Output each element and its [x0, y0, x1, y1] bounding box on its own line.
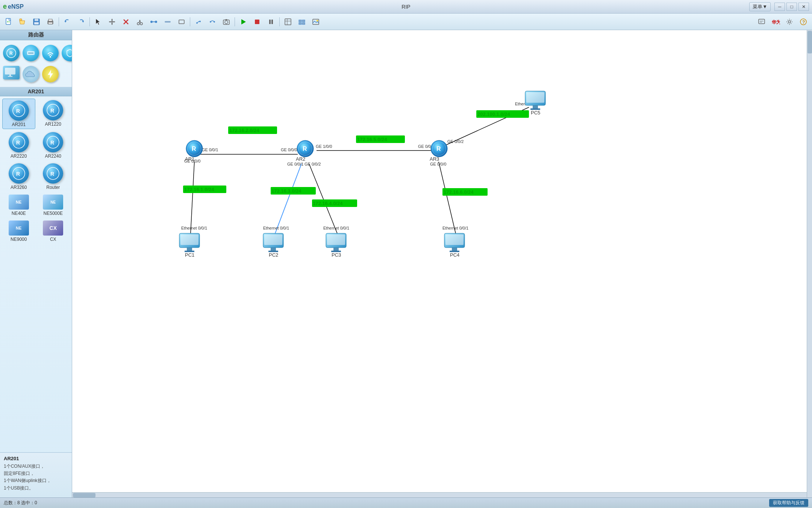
- node-pc4[interactable]: PC4: [444, 233, 465, 258]
- port-label-pc1-eth: Ethernet 0/0/1: [181, 226, 207, 230]
- svg-rect-93: [327, 234, 345, 245]
- ar201-label: AR201: [12, 122, 26, 127]
- sidebar-item-ar201[interactable]: R AR201: [2, 99, 35, 129]
- print-button[interactable]: [44, 15, 57, 28]
- canvas-area[interactable]: 172.16.2.0/24 GE 0/0/1 GE 0/0/0 172.16.1…: [72, 30, 812, 497]
- svg-rect-85: [180, 234, 198, 245]
- maximize-button[interactable]: □: [786, 3, 797, 11]
- cx-label: CX: [50, 237, 56, 242]
- sidebar-item-cx[interactable]: CX CX: [37, 219, 70, 243]
- svg-text:R: R: [16, 140, 20, 146]
- titlebar-left: e eNSP: [3, 3, 24, 11]
- sidebar-icon-wireless[interactable]: [41, 43, 59, 63]
- router-label: Router: [46, 185, 60, 190]
- canvas-scrollbar-bottom[interactable]: [72, 492, 807, 497]
- ar201-icon: R: [9, 100, 29, 121]
- cut-button[interactable]: [133, 15, 146, 28]
- grid-button[interactable]: [295, 15, 308, 28]
- node-pc2[interactable]: PC2: [263, 233, 283, 258]
- statusbar: 总数：8 选中：0 获取帮助与反馈: [0, 497, 812, 508]
- sidebar-icon-pc[interactable]: [2, 64, 20, 84]
- node-pc3[interactable]: PC3: [326, 233, 346, 258]
- sidebar-item-ne5000e[interactable]: NE NE5000E: [37, 193, 70, 217]
- subnet-label-1: 172.16.2.0/24: [229, 128, 259, 133]
- titlebar: e eNSP RIP 菜单▼ ─ □ ✕: [0, 0, 812, 14]
- help-button[interactable]: ?: [797, 15, 810, 28]
- close-button[interactable]: ✕: [798, 3, 809, 11]
- description-text: 1个CON/AUX接口，固定8FE接口，1个WAN侧uplink接口，1个USB…: [4, 463, 68, 492]
- svg-rect-60: [9, 75, 11, 76]
- svg-point-29: [199, 21, 201, 22]
- svg-marker-14: [111, 23, 113, 25]
- chat-button[interactable]: [755, 15, 768, 28]
- svg-point-23: [150, 21, 153, 23]
- port-label-ar2-ge000: GE 0/0/0: [281, 148, 297, 152]
- svg-rect-38: [285, 19, 291, 25]
- sidebar-icon-bolt[interactable]: [41, 64, 59, 84]
- sidebar-item-ne40e[interactable]: NE NE40E: [2, 193, 35, 217]
- node-pc1[interactable]: PC1: [179, 233, 200, 258]
- sidebar-icon-cloud[interactable]: [22, 64, 40, 84]
- bolt-device-icon: [42, 66, 59, 82]
- link-ar3-pc4: [439, 162, 456, 233]
- link2-button[interactable]: [206, 15, 219, 28]
- canvas-scrollbar-right-thumb[interactable]: [807, 31, 812, 53]
- svg-line-22: [140, 20, 141, 23]
- network-diagram[interactable]: 172.16.2.0/24 GE 0/0/1 GE 0/0/0 172.16.1…: [72, 30, 807, 497]
- router-section-title: 路由器: [0, 30, 72, 40]
- settings-button[interactable]: [783, 15, 796, 28]
- ar3260-label: AR3260: [11, 185, 27, 190]
- select-button[interactable]: [92, 15, 105, 28]
- connector-button[interactable]: [147, 15, 160, 28]
- ar2220-label: AR2220: [11, 154, 27, 159]
- node-ar2[interactable]: R AR2: [296, 140, 314, 162]
- sidebar-icon-router[interactable]: R: [2, 43, 20, 63]
- move-button[interactable]: [106, 15, 118, 28]
- ar201-section-title: AR201: [0, 87, 72, 96]
- open-button[interactable]: [16, 15, 29, 28]
- topology-button[interactable]: [282, 15, 294, 28]
- subnet-label-6: 172.16.6.0/24: [444, 189, 474, 195]
- menu-button[interactable]: 菜单▼: [749, 2, 771, 11]
- sidebar-icon-security[interactable]: [61, 43, 72, 63]
- sidebar-item-router[interactable]: R Router: [37, 162, 70, 192]
- logo-text: eNSP: [8, 3, 24, 10]
- redo-button[interactable]: [75, 15, 88, 28]
- huawei-button[interactable]: 华为: [769, 15, 782, 28]
- svg-rect-26: [165, 21, 171, 23]
- help-feedback-button[interactable]: 获取帮助与反馈: [769, 499, 808, 507]
- play-button[interactable]: [237, 15, 250, 28]
- svg-rect-1: [7, 21, 8, 22]
- link-button[interactable]: [192, 15, 205, 28]
- sidebar-item-ar2240[interactable]: R AR2240: [37, 131, 70, 160]
- stop-button[interactable]: [251, 15, 264, 28]
- svg-text:R: R: [192, 146, 196, 152]
- canvas-scrollbar-bottom-thumb[interactable]: [73, 493, 95, 497]
- sidebar-item-ar2220[interactable]: R AR2220: [2, 131, 35, 160]
- sidebar-icon-switch[interactable]: [22, 43, 40, 63]
- pause-button[interactable]: [265, 15, 277, 28]
- save-button[interactable]: [30, 15, 43, 28]
- ar1220-label: AR1220: [45, 122, 61, 127]
- svg-marker-34: [241, 19, 246, 24]
- sidebar-item-ar3260[interactable]: R AR3260: [2, 162, 35, 192]
- undo-button[interactable]: [61, 15, 74, 28]
- node-ar3[interactable]: R AR3: [430, 140, 447, 162]
- canvas-scrollbar-right[interactable]: [807, 30, 812, 497]
- svg-marker-16: [114, 21, 115, 23]
- pc4-label: PC4: [450, 252, 459, 258]
- link-ar1-pc1: [191, 162, 194, 233]
- svg-marker-15: [109, 21, 111, 23]
- delete-button[interactable]: [120, 15, 132, 28]
- image-button[interactable]: [309, 15, 322, 28]
- toolbar: 华为 ?: [0, 14, 812, 30]
- sidebar-item-ar1220[interactable]: R AR1220: [37, 99, 70, 129]
- minimize-button[interactable]: ─: [774, 3, 785, 11]
- new-file-button[interactable]: [2, 15, 15, 28]
- cable-button[interactable]: [161, 15, 174, 28]
- sidebar-item-ne9000[interactable]: NE NE9000: [2, 219, 35, 243]
- capture-button[interactable]: [220, 15, 233, 28]
- rectangle-button[interactable]: [175, 15, 188, 28]
- subnet-label-2: 172.16.1.0/24: [184, 187, 214, 192]
- cloud-device-icon: [23, 66, 39, 82]
